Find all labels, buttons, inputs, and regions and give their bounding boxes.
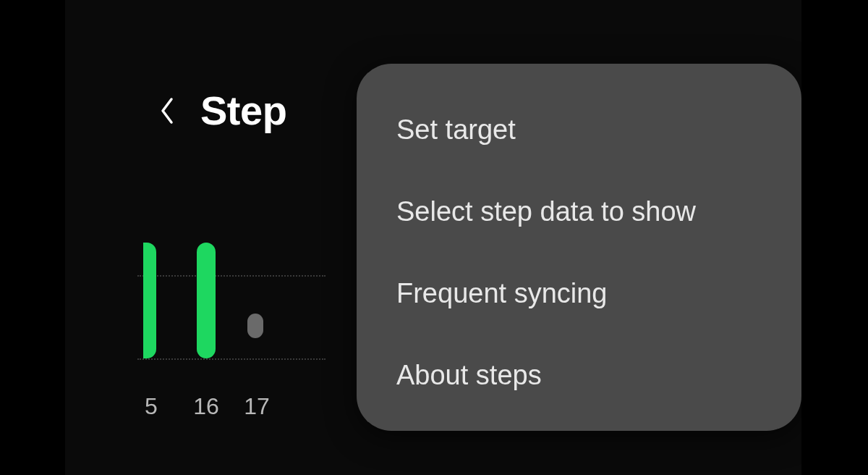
- x-axis-label: 5: [145, 393, 158, 420]
- menu-item-set-target[interactable]: Set target: [357, 100, 801, 171]
- menu-item-about-steps[interactable]: About steps: [357, 335, 801, 395]
- chart-bar[interactable]: [197, 243, 216, 358]
- menu-item-select-step-data[interactable]: Select step data to show: [357, 171, 801, 253]
- steps-bar-chart: 5 16 17: [137, 243, 354, 380]
- x-axis-label: 17: [244, 393, 270, 420]
- chart-gridline: [137, 275, 326, 277]
- overflow-menu: Set target Select step data to show Freq…: [357, 64, 801, 431]
- chart-bar[interactable]: [143, 243, 156, 358]
- back-button[interactable]: [156, 99, 179, 122]
- chevron-left-icon: [158, 96, 176, 125]
- app-frame: Step 5 16 17 Set target Select step data…: [65, 0, 801, 475]
- menu-item-frequent-syncing[interactable]: Frequent syncing: [357, 253, 801, 335]
- x-axis-label: 16: [193, 393, 219, 420]
- header: Step: [156, 87, 286, 134]
- page-title: Step: [200, 87, 286, 134]
- chart-gridline: [137, 358, 326, 360]
- chart-bar[interactable]: [247, 314, 263, 338]
